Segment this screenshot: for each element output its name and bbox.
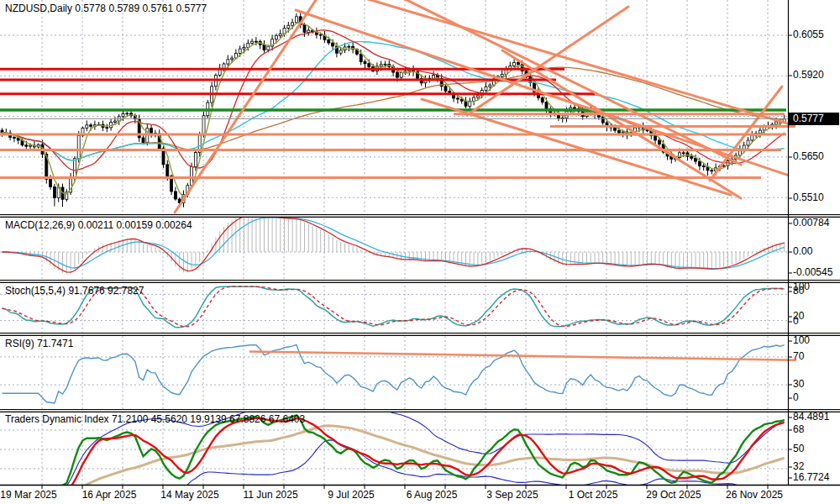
tdi-axis-label: 84.4891 — [793, 411, 829, 423]
macd-pane-label: MACD(12,26,9) 0.00211 0.00159 0.00264 — [5, 219, 192, 231]
date-axis-label: 14 May 2025 — [160, 489, 218, 501]
rsi-axis-label: 0 — [793, 391, 799, 403]
chart-canvas[interactable] — [0, 0, 840, 504]
rsi-axis-label: 100 — [793, 334, 810, 346]
date-axis-label: 16 Apr 2025 — [82, 489, 137, 501]
macd-axis-label: -0.00545 — [793, 266, 832, 278]
chart-ohlc-title: NZDUSD,Daily 0.5778 0.5789 0.5761 0.5777 — [5, 3, 207, 14]
mt4-chart-window: NZDUSD,Daily 0.5778 0.5789 0.5761 0.5777… — [0, 0, 840, 504]
rsi-pane-label: RSI(9) 71.7471 — [5, 338, 73, 349]
macd-axis-label: 0.00 — [793, 245, 812, 257]
stoch-axis-label: 0 — [793, 315, 799, 327]
tdi-pane-label: Traders Dynamic Index 71.2100 45.5620 19… — [5, 413, 305, 425]
tdi-axis-label: 50 — [793, 443, 804, 454]
date-axis-label: 3 Sep 2025 — [486, 489, 538, 501]
macd-axis-label: 0.00784 — [793, 217, 829, 228]
stoch-axis-label: 80 — [793, 285, 804, 297]
stoch-pane-label: Stoch(15,5,4) 91.7676 92.7827 — [5, 285, 144, 297]
tdi-axis-label: 32 — [793, 460, 804, 472]
date-axis-label: 26 Nov 2025 — [726, 489, 783, 501]
rsi-axis-label: 30 — [793, 378, 804, 390]
main-axis-label: 0.6055 — [793, 29, 824, 40]
current-price-label: 0.5777 — [789, 113, 839, 125]
date-axis-label: 11 Jun 2025 — [243, 489, 297, 501]
rsi-trendline — [249, 352, 796, 360]
tdi-axis-label: 16.7724 — [793, 471, 829, 483]
main-axis-label: 0.5920 — [793, 69, 824, 81]
date-axis-label: 19 Mar 2025 — [0, 489, 56, 501]
main-axis-label: 0.5510 — [793, 192, 824, 203]
date-axis-label: 9 Jul 2025 — [328, 489, 374, 501]
main-axis-label: 0.5650 — [793, 150, 824, 162]
date-axis-label: 1 Oct 2025 — [569, 489, 618, 501]
rsi-axis-label: 70 — [793, 350, 804, 362]
tdi-axis-label: 68 — [793, 423, 804, 435]
date-axis-label: 29 Oct 2025 — [646, 489, 701, 501]
date-axis-label: 6 Aug 2025 — [407, 489, 458, 501]
